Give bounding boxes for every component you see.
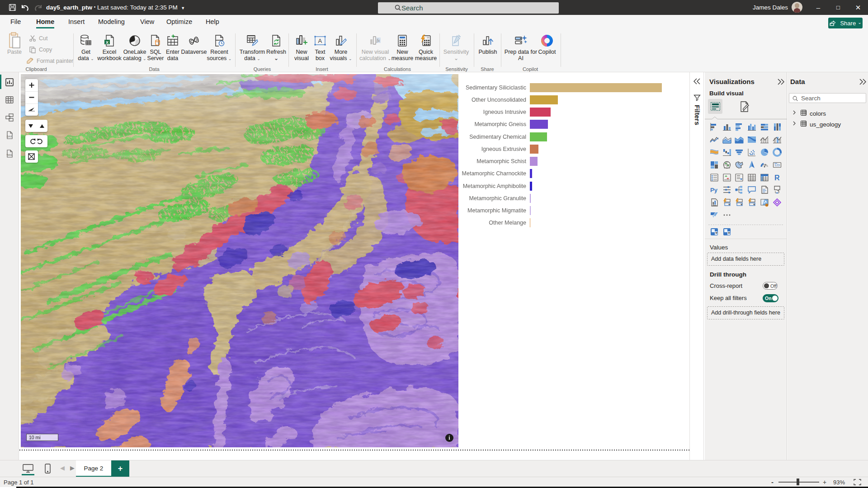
svg-text:X: X xyxy=(106,40,108,45)
svg-text:fx: fx xyxy=(377,38,380,43)
svg-text:123: 123 xyxy=(774,164,780,167)
svg-text:R: R xyxy=(774,174,780,182)
svg-text:TMDL: TMDL xyxy=(6,154,13,156)
svg-text:Py: Py xyxy=(710,187,718,193)
svg-text:DAX: DAX xyxy=(7,135,12,138)
svg-text:A: A xyxy=(318,38,322,44)
